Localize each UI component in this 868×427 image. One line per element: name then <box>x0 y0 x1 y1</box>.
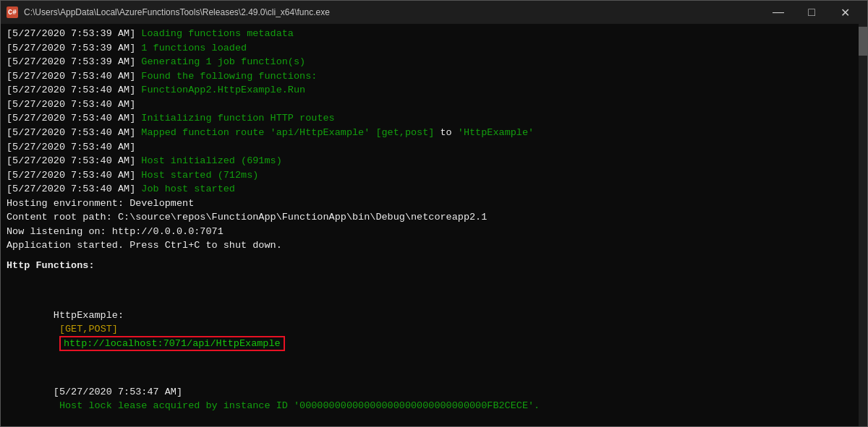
last-timestamp: [5/27/2020 7:53:47 AM] <box>54 387 182 397</box>
methods-label <box>54 324 59 335</box>
maximize-button[interactable]: □ <box>795 1 828 24</box>
log-line-3: [5/27/2020 7:53:39 AM] Generating 1 job … <box>7 55 851 69</box>
log-line-9: [5/27/2020 7:53:40 AM] <box>7 140 851 155</box>
log-line-2: [5/27/2020 7:53:39 AM] 1 functions loade… <box>7 41 851 56</box>
plain-line-4: Application started. Press Ctrl+C to shu… <box>7 238 851 253</box>
function-name-label: HttpExample: <box>54 310 124 321</box>
minimize-button[interactable]: — <box>762 1 795 24</box>
log-line-11: [5/27/2020 7:53:40 AM] Host started (712… <box>7 168 851 183</box>
log-line-last: [5/27/2020 7:53:47 AM] Host lock lease a… <box>7 371 851 426</box>
log-line-12: [5/27/2020 7:53:40 AM] Job host started <box>7 182 851 197</box>
log-line-10: [5/27/2020 7:53:40 AM] Host initialized … <box>7 154 851 168</box>
methods-badge: [GET,POST] <box>59 324 118 335</box>
gap-2 <box>7 273 851 279</box>
last-message: Host lock lease acquired by instance ID … <box>54 400 540 411</box>
http-example-line: HttpExample: [GET,POST] http://localhost… <box>7 280 851 365</box>
terminal-window: C# C:\Users\AppData\Local\AzureFunctions… <box>0 0 868 427</box>
log-line-4: [5/27/2020 7:53:40 AM] Found the followi… <box>7 69 851 84</box>
gap-1 <box>7 253 851 259</box>
window-title: C:\Users\AppData\Local\AzureFunctionsToo… <box>24 7 762 17</box>
gap-3 <box>7 365 851 371</box>
console-content: [5/27/2020 7:53:39 AM] Loading functions… <box>7 27 861 426</box>
console-body[interactable]: [5/27/2020 7:53:39 AM] Loading functions… <box>1 24 867 426</box>
log-line-6: [5/27/2020 7:53:40 AM] <box>7 98 851 112</box>
scrollbar-thumb[interactable] <box>859 27 867 56</box>
log-line-1: [5/27/2020 7:53:39 AM] Loading functions… <box>7 27 851 41</box>
function-url[interactable]: http://localhost:7071/api/HttpExample <box>59 336 285 351</box>
app-icon: C# <box>7 7 18 18</box>
close-button[interactable]: ✕ <box>828 1 861 24</box>
plain-line-2: Content root path: C:\source\repos\Funct… <box>7 210 851 225</box>
title-bar: C# C:\Users\AppData\Local\AzureFunctions… <box>1 1 867 24</box>
scrollbar[interactable] <box>859 24 867 426</box>
plain-line-1: Hosting environment: Development <box>7 197 851 211</box>
log-line-8: [5/27/2020 7:53:40 AM] Mapped function r… <box>7 126 851 140</box>
url-spacer <box>54 338 59 349</box>
log-line-5: [5/27/2020 7:53:40 AM] FunctionApp2.Http… <box>7 83 851 98</box>
indent-space <box>54 296 101 306</box>
http-functions-header: Http Functions: <box>7 259 851 273</box>
plain-line-3: Now listening on: http://0.0.0.0:7071 <box>7 225 851 239</box>
window-controls: — □ ✕ <box>762 1 861 24</box>
log-line-7: [5/27/2020 7:53:40 AM] Initializing func… <box>7 111 851 126</box>
